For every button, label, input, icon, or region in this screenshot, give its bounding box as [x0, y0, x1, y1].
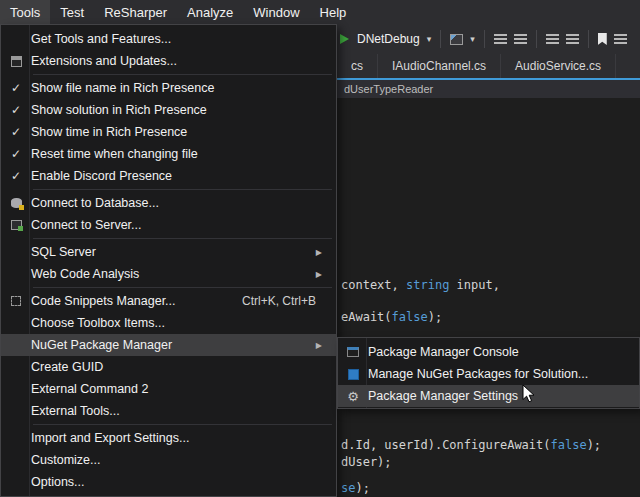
menu-item-label: Options... — [31, 475, 85, 489]
menu-item-label: External Tools... — [31, 404, 120, 418]
menu-item-connect-to-database[interactable]: Connect to Database... — [1, 192, 336, 214]
menu-separator — [33, 287, 332, 288]
menu-item-get-tools-and-features[interactable]: Get Tools and Features... — [1, 28, 336, 50]
menu-item-create-guid[interactable]: Create GUID — [1, 356, 336, 378]
code-token: ); — [428, 310, 442, 324]
database-icon — [11, 198, 22, 208]
snippets-icon — [11, 296, 21, 306]
menu-item-package-manager-settings[interactable]: ⚙Package Manager Settings — [338, 385, 639, 407]
menu-item-show-solution-in-rich-presence[interactable]: ✓Show solution in Rich Presence — [1, 99, 336, 121]
menu-item-gutter: ✓ — [1, 147, 31, 161]
menu-item-gutter: ⚙ — [338, 391, 368, 402]
menu-item-gutter — [1, 296, 31, 306]
check-icon: ✓ — [11, 81, 21, 95]
menu-item-external-command-2[interactable]: External Command 2 — [1, 378, 336, 400]
submenu-items: Package Manager ConsoleManage NuGet Pack… — [338, 341, 639, 407]
code-token: false — [392, 310, 428, 324]
code-token: ); — [587, 438, 601, 452]
code-line: se); — [341, 481, 370, 495]
menu-item-label: Show solution in Rich Presence — [31, 103, 207, 117]
menu-item-choose-toolbox-items[interactable]: Choose Toolbox Items... — [1, 312, 336, 334]
menu-separator — [33, 74, 332, 75]
package-icon — [348, 369, 359, 380]
code-token: se — [341, 481, 355, 495]
menu-item-label: Extensions and Updates... — [31, 54, 177, 68]
menu-item-label: Manage NuGet Packages for Solution... — [368, 367, 588, 381]
tools-menu-items: Get Tools and Features...Extensions and … — [1, 28, 336, 493]
check-icon: ✓ — [11, 169, 21, 183]
menu-item-sql-server[interactable]: SQL Server▶ — [1, 241, 336, 263]
menu-item-label: Import and Export Settings... — [31, 431, 189, 445]
check-icon: ✓ — [11, 103, 21, 117]
menubar-item-tools[interactable]: Tools — [0, 0, 50, 24]
menu-item-reset-time-when-changing-file[interactable]: ✓Reset time when changing file — [1, 143, 336, 165]
menu-item-label: Show file name in Rich Presence — [31, 81, 214, 95]
menu-item-gutter: ✓ — [1, 125, 31, 139]
menubar-item-resharper[interactable]: ReSharper — [94, 0, 177, 24]
console-icon — [347, 347, 359, 357]
code-line: dUser); — [341, 455, 392, 469]
menu-item-enable-discord-presence[interactable]: ✓Enable Discord Presence — [1, 165, 336, 187]
menu-item-nuget-package-manager[interactable]: NuGet Package Manager▶ — [1, 334, 336, 356]
menubar-item-window[interactable]: Window — [243, 0, 309, 24]
check-icon: ✓ — [11, 147, 21, 161]
code-token: eAwait( — [341, 310, 392, 324]
menu-item-web-code-analysis[interactable]: Web Code Analysis▶ — [1, 263, 336, 285]
menu-separator — [33, 189, 332, 190]
menu-item-label: Get Tools and Features... — [31, 32, 171, 46]
menu-item-label: Connect to Database... — [31, 196, 159, 210]
check-icon: ✓ — [11, 125, 21, 139]
menu-item-gutter — [338, 369, 368, 380]
menubar-item-analyze[interactable]: Analyze — [177, 0, 243, 24]
menubar-item-test[interactable]: Test — [50, 0, 94, 24]
menu-item-gutter — [1, 198, 31, 208]
menu-item-gutter — [1, 56, 31, 67]
code-token: input, — [449, 278, 500, 292]
gear-icon: ⚙ — [347, 391, 359, 402]
menu-item-gutter: ✓ — [1, 81, 31, 95]
menu-item-show-time-in-rich-presence[interactable]: ✓Show time in Rich Presence — [1, 121, 336, 143]
extensions-icon — [11, 56, 22, 67]
menu-item-import-and-export-settings[interactable]: Import and Export Settings... — [1, 427, 336, 449]
menu-item-external-tools[interactable]: External Tools... — [1, 400, 336, 422]
menu-item-gutter: ✓ — [1, 103, 31, 117]
menu-item-options[interactable]: Options... — [1, 471, 336, 493]
code-token: context, — [341, 278, 406, 292]
code-token: false — [551, 438, 587, 452]
menu-item-label: Reset time when changing file — [31, 147, 198, 161]
server-icon — [11, 220, 22, 230]
vs-window: ToolsTestReSharperAnalyzeWindowHelp DNet… — [0, 0, 640, 497]
menu-item-package-manager-console[interactable]: Package Manager Console — [338, 341, 639, 363]
menu-item-label: NuGet Package Manager — [31, 338, 172, 352]
nuget-package-manager-submenu: Package Manager ConsoleManage NuGet Pack… — [337, 337, 640, 409]
menu-item-label: Package Manager Console — [368, 345, 519, 359]
menu-item-label: Show time in Rich Presence — [31, 125, 187, 139]
menubar-item-help[interactable]: Help — [310, 0, 357, 24]
code-token: dUser); — [341, 455, 392, 469]
menu-item-customize[interactable]: Customize... — [1, 449, 336, 471]
menu-separator — [33, 424, 332, 425]
menu-item-code-snippets-manager[interactable]: Code Snippets Manager...Ctrl+K, Ctrl+B — [1, 290, 336, 312]
menu-item-extensions-and-updates[interactable]: Extensions and Updates... — [1, 50, 336, 72]
menu-item-connect-to-server[interactable]: Connect to Server... — [1, 214, 336, 236]
menu-item-shortcut: Ctrl+K, Ctrl+B — [242, 294, 330, 308]
submenu-arrow-icon: ▶ — [316, 341, 330, 350]
tools-menu: Get Tools and Features...Extensions and … — [0, 24, 337, 497]
menu-item-label: Connect to Server... — [31, 218, 141, 232]
submenu-arrow-icon: ▶ — [316, 270, 330, 279]
submenu-arrow-icon: ▶ — [316, 248, 330, 257]
menubar: ToolsTestReSharperAnalyzeWindowHelp — [0, 0, 640, 24]
menu-item-label: Create GUID — [31, 360, 103, 374]
menu-item-label: Web Code Analysis — [31, 267, 139, 281]
menu-item-label: SQL Server — [31, 245, 96, 259]
menu-separator — [33, 238, 332, 239]
code-token: d.Id, userId).ConfigureAwait( — [341, 438, 551, 452]
menu-item-label: External Command 2 — [31, 382, 148, 396]
menu-item-manage-nuget-packages-for-solution[interactable]: Manage NuGet Packages for Solution... — [338, 363, 639, 385]
code-token: string — [406, 278, 449, 292]
menu-item-label: Code Snippets Manager... — [31, 294, 176, 308]
menu-item-show-file-name-in-rich-presence[interactable]: ✓Show file name in Rich Presence — [1, 77, 336, 99]
code-line: d.Id, userId).ConfigureAwait(false); — [341, 438, 601, 452]
code-line: eAwait(false); — [341, 310, 442, 324]
menu-item-label: Package Manager Settings — [368, 389, 518, 403]
